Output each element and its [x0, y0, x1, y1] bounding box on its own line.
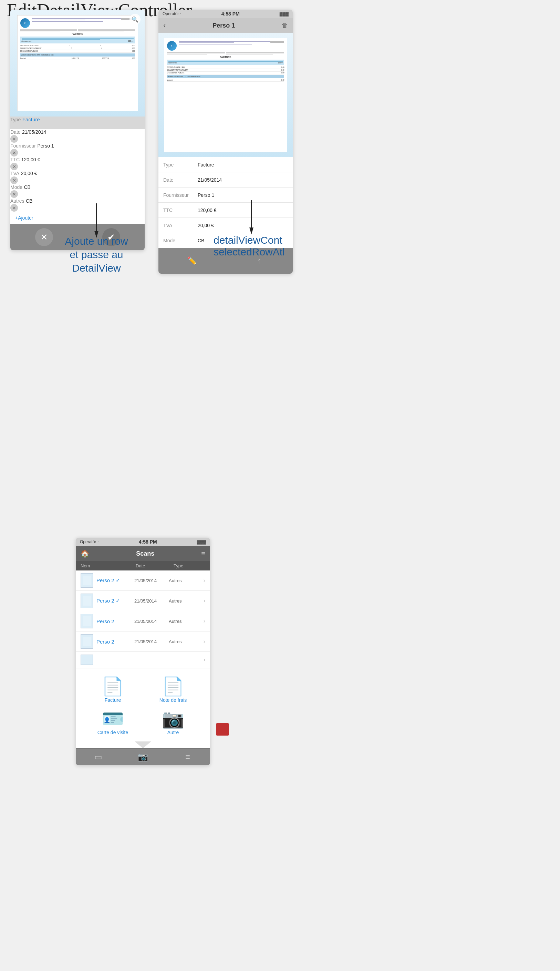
tab-list[interactable]: ▭: [84, 752, 112, 762]
scan-type-3: Autres: [169, 639, 203, 644]
add-panel-row-2: 🪪 Carte de visite 📷 Autre: [76, 706, 210, 739]
arrow-left: [86, 203, 107, 245]
scans-column-headers: Nom Date Type: [76, 561, 210, 570]
add-facture-button[interactable]: 📄 Facture: [89, 677, 137, 703]
add-panel-row-1: 📄 Facture 📄 Note de frais: [76, 674, 210, 706]
facture-icon: 📄: [102, 677, 124, 695]
tooltip-down-arrow: [135, 742, 151, 748]
search-icon[interactable]: 🔍: [130, 14, 140, 25]
time-bottom: 4:58 PM: [139, 539, 157, 545]
nav-title: Perso 1: [212, 22, 235, 29]
scan-date-3: 21/05/2014: [134, 639, 169, 644]
scan-row-0[interactable]: Perso 2 ✓ 21/05/2014 Autres ›: [76, 570, 210, 591]
scan-thumb-2: [81, 614, 93, 628]
chevron-icon-0[interactable]: ›: [203, 577, 205, 583]
scan-row-3[interactable]: Perso 2 21/05/2014 Autres ›: [76, 632, 210, 652]
hamburger-icon: ≡: [185, 752, 190, 762]
note-frais-icon: 📄: [162, 677, 184, 695]
status-bar-right: Operatör ⋅ 4:58 PM ▓▓▓: [158, 10, 293, 18]
detail-row-fournisseur: Fournisseur Perso 1: [158, 187, 293, 203]
document-preview-left: F: [10, 10, 145, 117]
autre-label: Autre: [167, 730, 179, 735]
tab-camera[interactable]: 📷: [129, 752, 157, 762]
battery-bottom: ▓▓▓: [197, 540, 206, 544]
camera-icon: 📷: [138, 752, 148, 762]
form-row-ttc[interactable]: TTC 120,00 € ✕: [10, 157, 145, 170]
detail-row-date: Date 21/05/2014: [158, 172, 293, 187]
doc-logo: F: [20, 18, 30, 28]
scan-row-2[interactable]: Perso 2 21/05/2014 Autres ›: [76, 611, 210, 632]
form-row-mode[interactable]: Mode CB ✕: [10, 184, 145, 198]
add-autre-button[interactable]: 📷 Autre: [149, 710, 197, 735]
battery-text: ▓▓▓: [280, 12, 288, 16]
col-type-header: Type: [173, 563, 205, 568]
scan-thumb-3: [81, 634, 93, 649]
scan-name-3: Perso 2: [97, 639, 134, 645]
arrow-right: [241, 200, 262, 241]
tab-menu[interactable]: ≡: [174, 752, 202, 762]
col-nom-header: Nom: [81, 563, 136, 568]
detail-row-ttc: TTC 120,00 €: [158, 203, 293, 218]
detail-row-tva: TVA 20,00 €: [158, 218, 293, 233]
tooltip-arrow-container: [76, 742, 210, 748]
scan-date-2: 21/05/2014: [134, 619, 169, 624]
clear-autres-btn[interactable]: ✕: [10, 204, 18, 212]
list-icon: ▭: [94, 752, 102, 762]
bottom-phone: Operatör ⋅ 4:58 PM ▓▓▓ 🏠 Scans ≡ Nom Dat…: [76, 538, 210, 765]
form-row-date[interactable]: Date 21/05/2014 ✕: [10, 129, 145, 143]
chevron-icon-2[interactable]: ›: [203, 618, 205, 624]
svg-marker-3: [249, 227, 253, 234]
back-button[interactable]: ‹: [163, 21, 166, 30]
clear-tva-btn[interactable]: ✕: [10, 177, 18, 184]
form-row-fournisseur[interactable]: Fournisseur Perso 1 ✕: [10, 143, 145, 157]
doc-mock-right: F: [164, 38, 288, 152]
svg-marker-1: [94, 231, 98, 238]
scan-type-1: Autres: [169, 598, 203, 603]
scan-row-1[interactable]: Perso 2 ✓ 21/05/2014 Autres ›: [76, 591, 210, 611]
clear-mode-btn[interactable]: ✕: [10, 190, 18, 198]
red-square-decoration: [216, 723, 229, 735]
chevron-icon-4[interactable]: ›: [203, 657, 205, 663]
col-date-header: Date: [136, 563, 173, 568]
scan-date-0: 21/05/2014: [134, 578, 169, 583]
add-panel: 📄 Facture 📄 Note de frais 🪪 Carte de vis…: [76, 668, 210, 742]
chevron-icon-3[interactable]: ›: [203, 638, 205, 645]
carrier-bottom: Operatör ⋅: [80, 540, 99, 544]
scans-title: Scans: [136, 550, 154, 557]
scan-thumb-0: [81, 573, 93, 588]
autre-icon: 📷: [162, 710, 184, 728]
scan-type-2: Autres: [169, 619, 203, 624]
form-row-tva[interactable]: TVA 20,00 € ✕: [10, 170, 145, 184]
add-carte-visite-button[interactable]: 🪪 Carte de visite: [89, 710, 137, 735]
form-section-header: Type Facture: [10, 117, 145, 129]
tab-bar: ▭ 📷 ≡: [76, 748, 210, 765]
clear-ttc-btn[interactable]: ✕: [10, 163, 18, 170]
note-frais-label: Note de frais: [160, 697, 187, 703]
menu-icon[interactable]: ≡: [201, 550, 205, 558]
facture-label: Facture: [105, 697, 121, 703]
home-icon[interactable]: 🏠: [81, 550, 89, 558]
clear-fournisseur-btn[interactable]: ✕: [10, 149, 18, 157]
add-note-frais-button[interactable]: 📄 Note de frais: [149, 677, 197, 703]
trash-button[interactable]: 🗑: [282, 22, 288, 29]
scan-name-1: Perso 2 ✓: [97, 598, 134, 604]
scan-name-0: Perso 2 ✓: [97, 577, 134, 583]
annotation-right: detailViewCont selectedRowAtl: [213, 234, 331, 258]
doc-mock-left: F: [17, 15, 138, 111]
left-phone: F: [10, 10, 145, 250]
scan-name-2: Perso 2: [97, 618, 134, 624]
scan-type-0: Autres: [169, 578, 203, 583]
scan-thumb-4: [81, 655, 93, 665]
doc-logo-right: F: [167, 41, 177, 51]
clear-date-btn[interactable]: ✕: [10, 135, 18, 143]
scan-row-4[interactable]: ›: [76, 652, 210, 668]
carte-visite-label: Carte de visite: [97, 730, 128, 735]
edit-button[interactable]: ✏️: [183, 252, 201, 269]
carte-visite-icon: 🪪: [102, 710, 124, 728]
chevron-icon-1[interactable]: ›: [203, 598, 205, 604]
nav-bar-right: ‹ Perso 1 🗑: [158, 18, 293, 33]
detail-row-type: Type Facture: [158, 157, 293, 172]
form-row-autres[interactable]: Autres CB ✕: [10, 198, 145, 212]
carrier-text: Operatör ⋅: [163, 12, 182, 16]
add-row-link[interactable]: +Ajouter: [10, 212, 145, 224]
